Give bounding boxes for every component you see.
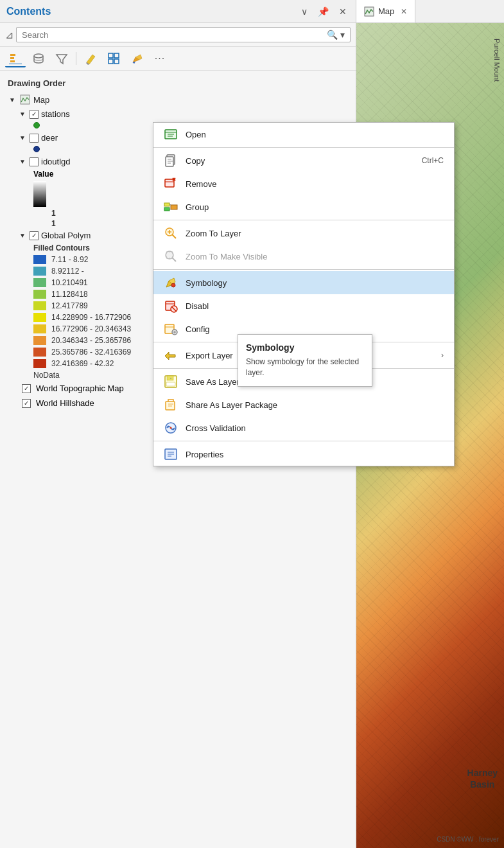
menu-item-zoom-layer[interactable]: Zoom To Layer [153,222,454,245]
grid-icon [107,52,120,65]
menu-label-properties: Properties [186,450,444,459]
menu-item-zoom-visible: Zoom To Make Visible [153,245,454,268]
collapse-button[interactable]: ∨ [299,5,310,18]
configure-icon [164,322,178,336]
menu-label-symbology: Symbology [186,278,444,288]
expand-deer[interactable]: ▼ [18,134,27,143]
legend-swatch-0 [33,255,46,264]
menu-label-zoom-layer: Zoom To Layer [186,229,444,238]
search-input[interactable] [22,30,327,40]
highlight-button[interactable] [126,49,147,67]
context-menu: Open Copy Ctrl+C Remove [153,122,455,466]
svg-point-39 [173,428,175,430]
tree-label-global-poly: Global Polym [41,231,91,240]
expand-map[interactable]: ▼ [8,95,17,104]
tree-label-idoutlgd: idoutlgd [41,157,71,166]
close-button[interactable]: ✕ [336,5,349,18]
search-dropdown-icon[interactable]: ▾ [340,30,345,40]
copy-icon [164,154,178,168]
expand-global-poly[interactable]: ▼ [18,231,27,240]
tree-label-map: Map [33,95,49,105]
panel-title: Contents [6,6,51,17]
label-world-hillshade: World Hillshade [36,398,94,408]
menu-item-symbology[interactable]: Symbology [153,271,454,294]
list-view-button[interactable] [5,49,26,67]
svg-line-23 [172,234,176,238]
search-icon[interactable]: 🔍 [327,30,338,40]
search-input-wrap: 🔍 ▾ [16,27,351,42]
database-button[interactable] [28,49,49,67]
legend-label-3: 11.128418 [51,290,88,299]
divider-12 [153,441,454,441]
svg-point-38 [168,426,169,428]
map-tab-close[interactable]: ✕ [401,7,407,16]
legend-label-8: 25.365786 - 32.416369 [51,348,131,357]
menu-shortcut-copy: Ctrl+C [422,156,444,165]
legend-swatch-7 [33,336,46,345]
legend-label-7: 20.346343 - 25.365786 [51,336,131,345]
checkbox-deer[interactable] [30,134,39,143]
svg-rect-20 [164,208,169,211]
svg-rect-8 [109,53,113,58]
svg-point-27 [171,283,175,287]
filter-icon[interactable]: ⊿ [5,29,13,41]
label-world-topo: World Topographic Map [36,384,124,393]
tree-item-stations[interactable]: ▼ stations [10,107,356,121]
checkbox-idoutlgd[interactable] [30,157,39,166]
svg-rect-4 [10,60,15,62]
svg-point-40 [170,427,172,429]
toolbar-separator-1 [76,52,76,65]
highlight-icon [130,52,143,65]
gradient-swatch [33,181,46,207]
svg-rect-36 [166,402,175,410]
properties-icon [164,447,178,461]
svg-rect-34 [167,376,173,380]
expand-idoutlgd[interactable]: ▼ [18,157,27,166]
svg-point-6 [34,54,43,58]
expand-stations[interactable]: ▼ [18,110,27,119]
checkbox-stations[interactable] [30,110,39,119]
menu-item-disable[interactable]: Disabl [153,294,454,317]
legend-swatch-3 [33,290,46,299]
legend-value-2: 1 [51,219,56,228]
checkbox-world-hillshade[interactable] [22,399,31,408]
tree-item-map[interactable]: ▼ Map [0,92,356,107]
export-icon [164,348,178,362]
divider-5 [153,269,454,270]
zoom-layer-icon [164,226,178,240]
map-tab-bar: Map ✕ [356,0,504,23]
svg-rect-2 [10,54,15,56]
menu-item-remove[interactable]: Remove [153,172,454,195]
menu-item-share-layer[interactable]: Share As Layer Package [153,393,454,416]
tooltip-box: Symbology Show symbology for the selecte… [238,334,372,387]
filter-button[interactable] [51,49,72,67]
map-label-purcell: Purcell Mount [493,39,501,82]
map-tab[interactable]: Map ✕ [356,0,415,22]
menu-label-zoom-visible: Zoom To Make Visible [186,252,444,261]
list-view-icon [9,51,22,64]
zoom-visible-icon [164,249,178,263]
menu-item-cross-validation[interactable]: Cross Validation [153,416,454,439]
map-tab-label: Map [378,6,394,16]
remove-icon [164,177,178,191]
pin-button[interactable]: 📌 [315,5,331,18]
more-button[interactable]: ··· [150,49,170,67]
open-icon [164,127,178,141]
menu-item-open[interactable]: Open [153,123,454,146]
edit-button[interactable] [80,49,101,67]
legend-swatch-2 [33,278,46,287]
checkbox-global-poly[interactable] [30,231,39,240]
grid-button[interactable] [103,49,124,67]
menu-label-copy: Copy [186,156,414,166]
menu-item-copy[interactable]: Copy Ctrl+C [153,149,454,172]
menu-item-group[interactable]: Group [153,195,454,218]
menu-item-properties[interactable]: Properties [153,443,454,466]
deer-dot-symbol [33,146,40,152]
symbology-icon [164,276,178,290]
share-layer-icon [164,398,178,412]
more-icon: ··· [155,53,165,64]
divider-0 [153,147,454,148]
checkbox-world-topo[interactable] [22,384,31,393]
legend-label-4: 12.417789 [51,301,88,310]
map-layer-icon [19,94,31,105]
